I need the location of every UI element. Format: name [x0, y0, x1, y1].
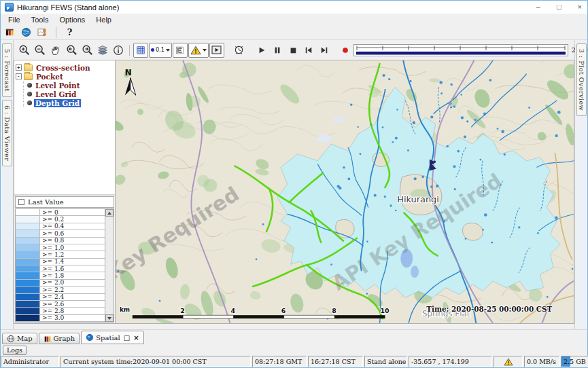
legend-row: >= 1.6	[16, 265, 105, 272]
time-settings-button[interactable]	[232, 43, 247, 58]
magnifier-back-icon	[65, 44, 77, 56]
zoom-next-button[interactable]	[80, 43, 94, 58]
tab-maximize-icon[interactable]: □	[124, 334, 130, 342]
tree-node-cross-section[interactable]: + Cross-section	[16, 63, 114, 72]
legend-row: >= 0.6	[16, 230, 105, 237]
chart-arrow-icon	[37, 27, 48, 37]
close-button[interactable]: ×	[578, 1, 582, 13]
svg-text:10: 10	[381, 307, 390, 314]
legend-row: >= 0.8	[16, 238, 105, 244]
tree-label-selected[interactable]: Depth Grid	[34, 99, 81, 107]
zoom-in-button[interactable]	[17, 43, 32, 58]
tree-indent	[16, 81, 24, 90]
stop-button[interactable]	[286, 43, 300, 58]
legend-color-swatch	[16, 301, 40, 307]
pause-button[interactable]	[270, 43, 285, 58]
window-title: Hikurangi FEWS (Stand alone)	[17, 3, 119, 12]
tree-label[interactable]: Cross-section	[35, 64, 92, 72]
legend-color-swatch	[16, 259, 40, 265]
archive-database-button[interactable]	[4, 26, 16, 38]
maximize-button[interactable]: □	[557, 1, 561, 13]
step-back-button[interactable]	[301, 43, 316, 58]
record-icon	[341, 46, 349, 54]
legend-header: Last Value	[15, 196, 114, 208]
legend-row: >= 0	[16, 209, 105, 216]
app-window: Hikurangi FEWS (Stand alone) – □ × File …	[0, 0, 588, 368]
expand-icon[interactable]: +	[16, 65, 22, 71]
tab-forecast[interactable]: 5 : Forecast	[2, 43, 12, 97]
scroll-up-button[interactable]	[105, 209, 114, 217]
tree-label[interactable]: Level Point	[34, 81, 82, 90]
grid-display-button[interactable]	[133, 43, 148, 58]
app-icon	[5, 3, 14, 12]
status-warning-cell[interactable]	[494, 356, 523, 367]
labels-button[interactable]	[173, 43, 188, 58]
menu-file[interactable]: File	[3, 15, 26, 24]
map-view: API Key Required API Key Required Hikura…	[116, 60, 574, 324]
legend-label: >= 2.6	[40, 301, 105, 307]
legend-color-swatch	[16, 294, 40, 300]
legend-row: >= 1.2	[16, 251, 105, 258]
tree-node-level-point[interactable]: Level Point	[16, 81, 114, 90]
info-button[interactable]	[111, 43, 126, 58]
tab-close-icon[interactable]: ×	[133, 334, 139, 342]
classification-dropdown[interactable]: 0.1	[149, 43, 172, 58]
legend-label: >= 2.4	[40, 294, 105, 300]
record-button[interactable]	[338, 43, 353, 58]
tree-label[interactable]: Level Grid	[34, 90, 77, 98]
animation-window-button[interactable]	[209, 43, 224, 58]
globe-icon	[86, 333, 94, 342]
pan-button[interactable]	[48, 43, 63, 58]
menu-help[interactable]: Help	[90, 15, 117, 24]
menu-tools[interactable]: Tools	[26, 15, 54, 24]
minimize-button[interactable]: –	[536, 1, 540, 13]
layers-icon	[97, 44, 109, 56]
tree-node-pocket[interactable]: - Pocket	[16, 72, 114, 81]
last-value-checkbox[interactable]	[18, 199, 24, 205]
status-memory: 2.5 GB	[561, 356, 588, 367]
tab-graph[interactable]: Graph	[39, 333, 80, 344]
open-map-button[interactable]	[20, 26, 32, 38]
right-tab-strip: 3 : Plot Overview	[575, 40, 587, 329]
tree-node-level-grid[interactable]: Level Grid	[16, 90, 114, 98]
bullet-icon	[27, 100, 32, 105]
help-button[interactable]: ?	[64, 26, 75, 38]
place-label-town: Hikurangi	[397, 194, 439, 204]
legend-color-swatch	[16, 287, 40, 293]
tab-data-viewer[interactable]: 6 : Data Viewer	[2, 100, 12, 166]
tab-map[interactable]: Map	[2, 333, 37, 344]
menu-options[interactable]: Options	[54, 15, 90, 24]
collapse-icon[interactable]: -	[16, 73, 22, 79]
legend-label: >= 2.2	[40, 287, 105, 293]
tab-spatial[interactable]: Spatial □ ×	[81, 331, 143, 344]
scroll-down-button[interactable]	[105, 314, 114, 322]
legend-label: >= 3.0	[40, 315, 105, 321]
legend-row: >= 3.0	[16, 315, 105, 322]
map-canvas[interactable]: API Key Required API Key Required Hikura…	[116, 60, 574, 323]
label-icon	[175, 45, 184, 55]
legend-row: >= 2.4	[16, 294, 105, 301]
play-button[interactable]	[254, 43, 269, 58]
tab-map-label: Map	[17, 335, 33, 342]
logs-button[interactable]: Logs	[3, 346, 27, 355]
data-tree[interactable]: + Cross-section - Pocket Level P	[14, 60, 115, 194]
zoom-out-button[interactable]	[33, 43, 48, 58]
legend-row: >= 2.6	[16, 301, 105, 308]
timeseries-dialog-button[interactable]	[37, 26, 48, 38]
legend-color-swatch	[16, 230, 40, 236]
tree-label[interactable]: Pocket	[35, 73, 65, 81]
legend-label: >= 2.8	[40, 308, 105, 314]
svg-text:N: N	[125, 68, 132, 77]
thresholds-dropdown[interactable]	[188, 43, 209, 58]
status-memory-label: 2.5 GB	[564, 358, 586, 365]
layers-button[interactable]	[95, 43, 110, 58]
toolbar-separator	[129, 45, 130, 56]
zoom-previous-button[interactable]	[64, 43, 79, 58]
tree-node-depth-grid[interactable]: Depth Grid	[16, 98, 114, 107]
legend-scrollbar[interactable]	[105, 209, 114, 322]
timeline-slider[interactable]	[353, 44, 568, 56]
status-local-time: 16:27:18 CST	[308, 356, 363, 367]
tab-plot-overview[interactable]: 3 : Plot Overview	[576, 43, 587, 116]
step-forward-button[interactable]	[317, 43, 332, 58]
logs-row: Logs	[1, 344, 587, 356]
